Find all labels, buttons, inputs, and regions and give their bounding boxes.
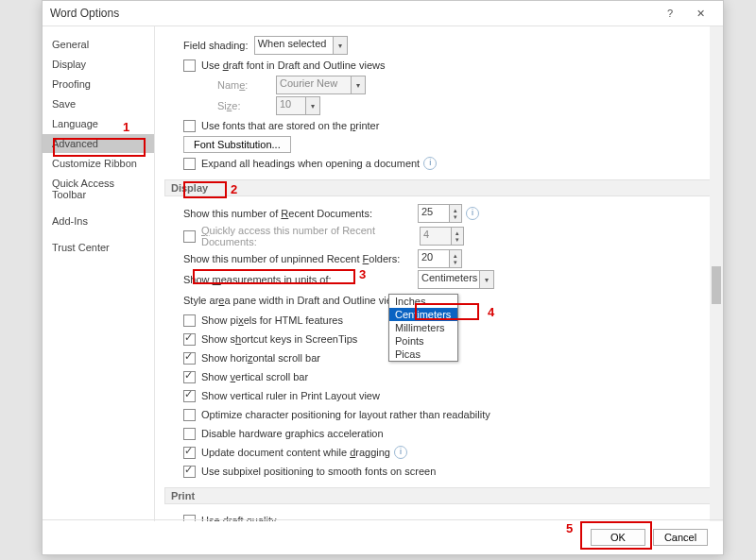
- vruler-checkbox[interactable]: [183, 390, 196, 402]
- quick-access-checkbox[interactable]: [183, 230, 196, 243]
- hscroll-checkbox[interactable]: [183, 352, 196, 365]
- units-combo[interactable]: Centimeters▾: [418, 270, 494, 289]
- titlebar: Word Options ? ✕: [43, 1, 723, 26]
- sidebar-item-proofing[interactable]: Proofing: [43, 75, 154, 93]
- info-icon[interactable]: i: [423, 157, 437, 170]
- vscroll-checkbox[interactable]: [183, 371, 196, 383]
- field-shading-label: Field shading:: [183, 40, 249, 51]
- dragupdate-checkbox[interactable]: [183, 447, 196, 459]
- display-section-header: Display: [164, 179, 712, 196]
- sidebar-item-display[interactable]: Display: [43, 55, 154, 74]
- sidebar-item-advanced[interactable]: Advanced: [43, 134, 154, 153]
- shortcut-label: Show shortcut keys in ScreenTips: [201, 333, 357, 345]
- pane-width-label: Style area pane width in Draft and Outli…: [183, 295, 418, 306]
- info-icon[interactable]: i: [466, 207, 479, 220]
- units-option-points[interactable]: Points: [389, 334, 457, 348]
- word-options-dialog: Word Options ? ✕ General Display Proofin…: [42, 0, 724, 555]
- spinner-arrows-icon: ▴▾: [449, 249, 462, 268]
- size-label: Size:: [217, 100, 276, 111]
- recent-folders-label: Show this number of unpinned Recent Fold…: [183, 253, 418, 264]
- recent-docs-spinner[interactable]: 25▴▾: [418, 204, 462, 223]
- font-size-combo: 10▾: [276, 96, 320, 115]
- dragupdate-label: Update document content while dragging: [201, 447, 390, 458]
- recent-docs-label: Show this number of Recent Documents:: [183, 208, 418, 219]
- units-option-centimeters[interactable]: Centimeters: [389, 308, 457, 321]
- spinner-arrows-icon: ▴▾: [451, 227, 464, 246]
- close-button[interactable]: ✕: [685, 1, 715, 25]
- category-sidebar: General Display Proofing Save Language A…: [43, 26, 155, 521]
- pixels-checkbox[interactable]: [183, 314, 196, 327]
- dialog-title: Word Options: [50, 1, 119, 25]
- sidebar-item-save[interactable]: Save: [43, 94, 154, 113]
- field-shading-combo[interactable]: When selected ▾: [254, 36, 348, 55]
- info-icon[interactable]: i: [394, 446, 407, 459]
- units-dropdown[interactable]: Inches Centimeters Millimeters Points Pi…: [388, 294, 458, 362]
- optimize-checkbox[interactable]: [183, 409, 196, 421]
- shortcut-checkbox[interactable]: [183, 333, 196, 346]
- font-substitution-button[interactable]: Font Substitution...: [183, 136, 291, 153]
- draft-font-checkbox[interactable]: [183, 59, 196, 72]
- expand-headings-label: Expand all headings when opening a docum…: [201, 158, 420, 169]
- print-section-header: Print: [164, 487, 712, 504]
- expand-headings-checkbox[interactable]: [183, 158, 196, 170]
- quick-access-label: Quickly access this number of Recent Doc…: [201, 225, 417, 247]
- sidebar-item-trust-center[interactable]: Trust Center: [43, 238, 154, 257]
- chevron-down-icon: ▾: [333, 36, 348, 55]
- recent-folders-spinner[interactable]: 20▴▾: [418, 249, 462, 268]
- scrollbar[interactable]: [710, 26, 723, 521]
- dialog-footer: OK Cancel: [43, 519, 723, 554]
- optimize-label: Optimize character positioning for layou…: [201, 409, 490, 420]
- hscroll-label: Show horizontal scroll bar: [201, 352, 320, 364]
- name-label: Name:: [217, 79, 276, 91]
- units-label: Show measurements in units of:: [183, 274, 418, 285]
- sidebar-item-general[interactable]: General: [43, 35, 154, 54]
- chevron-down-icon: ▾: [305, 96, 320, 115]
- units-option-inches[interactable]: Inches: [389, 295, 457, 308]
- quick-access-spinner: 4▴▾: [420, 227, 464, 246]
- sidebar-item-language[interactable]: Language: [43, 114, 154, 133]
- sidebar-item-addins[interactable]: Add-Ins: [43, 212, 154, 230]
- units-option-picas[interactable]: Picas: [389, 348, 457, 361]
- draft-font-label: Use draft font in Draft and Outline view…: [201, 59, 385, 71]
- help-button[interactable]: ?: [655, 1, 685, 25]
- ok-button[interactable]: OK: [591, 529, 645, 546]
- printer-fonts-checkbox[interactable]: [183, 120, 196, 132]
- vscroll-label: Show vertical scroll bar: [201, 371, 308, 382]
- font-name-combo: Courier New▾: [276, 76, 366, 94]
- subpixel-label: Use subpixel positioning to smooth fonts…: [201, 466, 436, 477]
- sidebar-item-quick-access[interactable]: Quick Access Toolbar: [43, 174, 154, 204]
- subpixel-checkbox[interactable]: [183, 466, 196, 478]
- printer-fonts-label: Use fonts that are stored on the printer: [201, 120, 379, 131]
- spinner-arrows-icon: ▴▾: [449, 204, 462, 223]
- hwaccel-checkbox[interactable]: [183, 428, 196, 440]
- units-option-millimeters[interactable]: Millimeters: [389, 321, 457, 334]
- vruler-label: Show vertical ruler in Print Layout view: [201, 390, 380, 401]
- sidebar-item-customize-ribbon[interactable]: Customize Ribbon: [43, 154, 154, 173]
- cancel-button[interactable]: Cancel: [653, 529, 708, 546]
- chevron-down-icon: ▾: [479, 270, 494, 289]
- hwaccel-label: Disable hardware graphics acceleration: [201, 428, 384, 439]
- pixels-label: Show pixels for HTML features: [201, 314, 343, 326]
- content-pane: Field shading: When selected ▾ Use draft…: [155, 26, 723, 521]
- scrollbar-thumb[interactable]: [712, 266, 721, 304]
- chevron-down-icon: ▾: [351, 76, 366, 94]
